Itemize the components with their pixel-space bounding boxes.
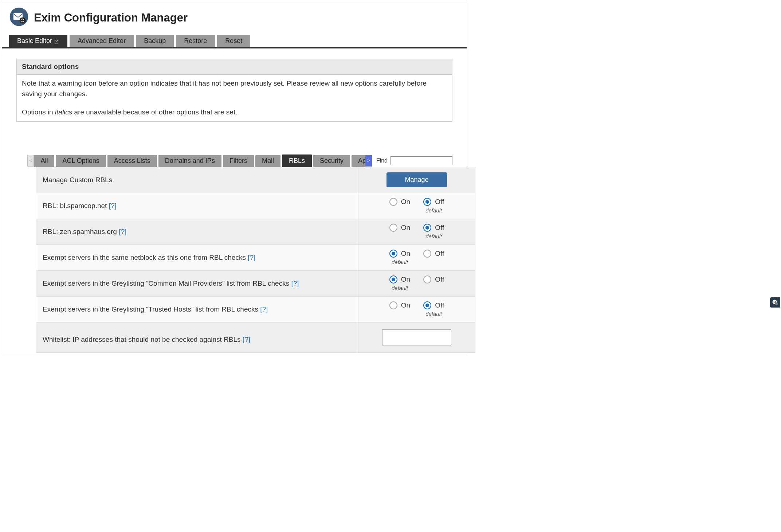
find-input[interactable] [390,156,452,165]
find-label: Find [376,157,388,164]
svg-text:EXIM: EXIM [16,11,20,13]
setting-control: OnOffdefault [358,298,475,321]
manage-button[interactable]: Manage [386,172,447,187]
setting-label: Whitelist: IP addresses that should not … [36,322,358,352]
page-title: Exim Configuration Manager [34,11,188,24]
subtab-scroll-right[interactable]: > [365,155,372,167]
feedback-icon[interactable] [770,297,780,308]
radio-off[interactable] [423,301,431,309]
setting-label: Exempt servers in the same netblock as t… [36,245,358,270]
radio-label: On [401,250,410,258]
setting-row: Exempt servers in the same netblock as t… [36,245,475,271]
default-label: default [425,207,442,214]
whitelist-textarea[interactable] [382,329,451,345]
setting-control: OndefaultOff [358,246,475,269]
radio-label: Off [435,301,444,309]
help-link[interactable]: [?] [248,254,255,261]
svg-point-7 [775,302,778,305]
setting-control [358,326,475,349]
setting-row: Exempt servers in the Greylisting “Trust… [36,297,475,322]
link-icon [54,39,59,44]
tab-backup[interactable]: Backup [136,35,174,47]
radio-off[interactable] [423,250,431,258]
radio-label: Off [435,250,444,258]
radio-label: On [401,224,410,232]
radio-label: On [401,301,410,309]
radio-label: On [401,198,410,206]
help-link[interactable]: [?] [243,336,250,343]
setting-control: OnOffdefault [358,194,475,217]
setting-label: Manage Custom RBLs [36,167,358,193]
setting-control: Manage [358,169,475,191]
subtab-all[interactable]: All [34,155,54,167]
setting-row: Whitelist: IP addresses that should not … [36,322,475,353]
settings-table: Manage Custom RBLsManageRBL: bl.spamcop.… [36,167,475,353]
setting-label: RBL: bl.spamcop.net [?] [36,193,358,219]
help-link[interactable]: [?] [291,279,299,287]
main-tabs: Basic Editor Advanced Editor Backup Rest… [2,35,467,48]
setting-row: RBL: zen.spamhaus.org [?]OnOffdefault [36,219,475,245]
subtab-spamassassin[interactable]: Apache SpamAssassin™ [352,155,365,167]
radio-label: Off [435,224,444,232]
svg-point-5 [774,301,774,302]
setting-row: Exempt servers in the Greylisting “Commo… [36,271,475,297]
radio-off[interactable] [423,198,431,206]
radio-on[interactable] [389,224,397,232]
subtab-scroll-left[interactable]: < [27,155,34,167]
radio-on[interactable] [389,275,397,283]
setting-label: RBL: zen.spamhaus.org [?] [36,219,358,245]
subtab-acl-options[interactable]: ACL Options [56,155,106,167]
setting-label: Exempt servers in the Greylisting “Commo… [36,271,358,296]
subtab-security[interactable]: Security [313,155,350,167]
help-link[interactable]: [?] [119,228,126,235]
subtab-mail[interactable]: Mail [255,155,280,167]
radio-off[interactable] [423,224,431,232]
help-link[interactable]: [?] [260,305,268,313]
tab-advanced-editor[interactable]: Advanced Editor [70,35,134,47]
radio-on[interactable] [389,250,397,258]
standard-options-italic-note: Options in italics are unavailable becau… [22,107,447,118]
exim-icon: EXIM [9,7,29,28]
setting-row: Manage Custom RBLsManage [36,167,475,193]
subtab-rbls[interactable]: RBLs [282,154,312,167]
default-label: default [392,259,408,265]
setting-control: OndefaultOff [358,272,475,295]
setting-label: Exempt servers in the Greylisting “Trust… [36,297,358,322]
radio-on[interactable] [389,198,397,206]
sub-tabs: All ACL Options Access Lists Domains and… [34,154,365,167]
radio-on[interactable] [389,301,397,309]
help-link[interactable]: [?] [109,202,117,210]
svg-point-3 [20,17,26,24]
tab-reset[interactable]: Reset [217,35,250,47]
default-label: default [392,285,408,291]
default-label: default [425,311,442,317]
svg-point-6 [775,301,776,302]
standard-options-note: Note that a warning icon before an optio… [22,78,447,99]
setting-control: OnOffdefault [358,220,475,243]
subtab-domains-ips[interactable]: Domains and IPs [158,155,221,167]
default-label: default [425,233,442,239]
radio-label: On [401,275,410,283]
tab-basic-editor[interactable]: Basic Editor [9,35,67,47]
radio-label: Off [435,275,444,283]
subtab-filters[interactable]: Filters [223,155,254,167]
standard-options-panel: Standard options Note that a warning ico… [16,59,452,122]
standard-options-heading: Standard options [17,59,452,75]
tab-restore[interactable]: Restore [176,35,215,47]
page-header: EXIM Exim Configuration Manager [2,2,467,35]
subtab-access-lists[interactable]: Access Lists [107,155,157,167]
radio-label: Off [435,198,444,206]
radio-off[interactable] [423,275,431,283]
setting-row: RBL: bl.spamcop.net [?]OnOffdefault [36,193,475,219]
